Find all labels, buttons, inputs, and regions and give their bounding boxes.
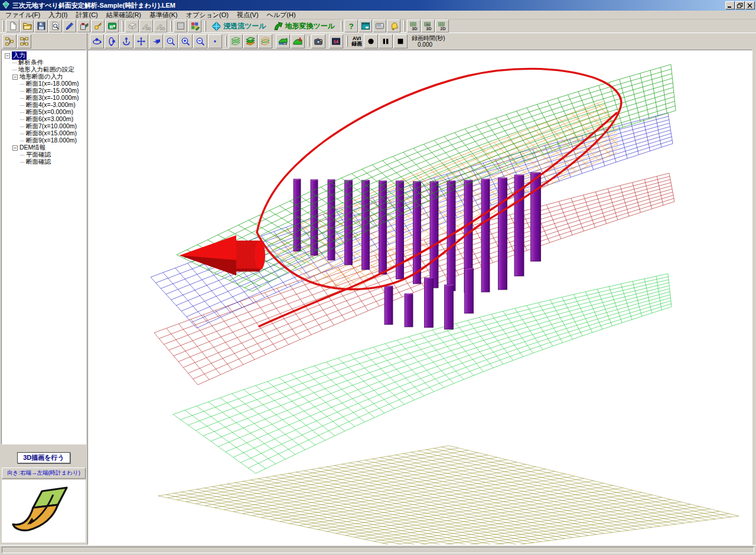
seepage-tool-label: 浸透流ツール — [223, 21, 266, 31]
run-app-icon: B — [107, 21, 117, 31]
seepage-tool[interactable]: 浸透流ツール — [208, 20, 270, 33]
bell-alarm-button[interactable] — [387, 20, 400, 33]
menu-file[interactable]: ファイル(F) — [1, 10, 44, 20]
main-area: −入力解析条件地形入力範囲の設定−地形断面の入力断面1(x=-18.000m)断… — [0, 50, 756, 545]
minimize-button[interactable] — [725, 1, 735, 9]
slice-column — [379, 181, 387, 274]
color-grid-button[interactable] — [188, 20, 201, 33]
menu-bar: ファイル(F)入力(I)計算(C)結果確認(R)基準値(K)オプション(O)視点… — [0, 11, 756, 20]
draw-3d-button[interactable]: 3D描画を行う — [17, 452, 70, 463]
layers-solid-icon — [246, 37, 255, 46]
slice-column — [481, 179, 490, 292]
layers-wire-button[interactable] — [229, 34, 243, 48]
new-file-button[interactable] — [6, 20, 19, 33]
tree-connector — [20, 91, 24, 92]
tree-connector — [20, 134, 24, 134]
tree-expander-icon[interactable]: − — [12, 74, 18, 80]
title-bar: 三次元地すべり斜面安定解析-Sample(時計まわり).LEM — [0, 0, 756, 11]
new-file-icon — [8, 21, 18, 31]
terrain-convert-tool[interactable]: 地形変換ツール — [270, 20, 339, 33]
layers-wire-icon — [231, 37, 240, 46]
terrain-arrow-button[interactable] — [291, 34, 305, 48]
svg-text:B: B — [109, 24, 113, 30]
help-button[interactable]: ? — [344, 20, 358, 33]
layers-solid-button[interactable] — [243, 34, 258, 48]
pause-button[interactable] — [379, 34, 393, 48]
edit-3d-button[interactable]: 3D — [139, 20, 153, 33]
tree-connector — [20, 119, 24, 120]
zoom-out-button[interactable] — [193, 34, 207, 48]
view-3d-button[interactable] — [125, 20, 139, 33]
tree-connector — [20, 162, 24, 163]
restore-button[interactable] — [735, 1, 745, 9]
calc-key-icon — [93, 21, 103, 31]
grid-2d-button[interactable]: 2D — [435, 20, 449, 33]
zoom-window-icon — [166, 37, 175, 46]
print-preview-button[interactable] — [48, 20, 62, 33]
window-teal-button[interactable] — [359, 20, 372, 33]
tree-connector — [20, 112, 24, 113]
rotate-horizontal-icon — [92, 37, 102, 46]
viewport-3d[interactable] — [87, 50, 752, 545]
run-app-button[interactable]: B — [105, 20, 119, 33]
menu-input[interactable]: 入力(I) — [44, 10, 71, 20]
edit-pen-button[interactable] — [63, 20, 76, 33]
pan-button[interactable] — [134, 34, 148, 48]
svg-text:2D: 2D — [440, 27, 445, 31]
plain-square-button[interactable] — [174, 20, 187, 33]
svg-text:14: 14 — [333, 39, 338, 44]
tree-expand-button[interactable] — [17, 34, 31, 48]
record-icon — [366, 37, 376, 46]
fly-left-button[interactable] — [149, 34, 163, 48]
draw-panel: 3D描画を行う 向き:右端→左端(時計まわり) — [1, 446, 86, 545]
window-gray-button[interactable] — [373, 20, 386, 33]
slice-column — [384, 286, 393, 324]
edit-2d-button[interactable]: 2D — [154, 20, 167, 33]
zoom-in-button[interactable] — [178, 34, 193, 48]
rotate-horizontal-button[interactable] — [90, 34, 104, 48]
color-grid-icon — [190, 21, 200, 31]
save-button[interactable] — [34, 20, 48, 33]
zoom-window-button[interactable] — [164, 34, 178, 48]
rotate-vertical-button[interactable] — [105, 34, 119, 48]
rotate-vertical-icon — [107, 37, 116, 46]
tree-connector — [12, 63, 17, 63]
close-button[interactable] — [745, 1, 755, 9]
grid-3d-button[interactable]: 3D — [407, 20, 421, 33]
tree-input[interactable]: −入力 — [3, 52, 86, 59]
tree-collapse-button[interactable] — [2, 34, 17, 48]
tree-expander-icon[interactable]: − — [5, 53, 10, 59]
menu-calc[interactable]: 計算(C) — [71, 10, 102, 20]
menu-options[interactable]: オプション(O) — [182, 10, 233, 20]
menu-help[interactable]: ヘルプ(H) — [263, 10, 300, 20]
grid-3d-solid-button[interactable]: 3D — [421, 20, 435, 33]
slice-column — [345, 180, 353, 265]
stop-button[interactable] — [393, 34, 408, 48]
frame-counter-button[interactable]: 14 — [329, 34, 343, 48]
material-settings-button[interactable] — [77, 20, 90, 33]
tree-connector — [20, 155, 24, 155]
point-small-button[interactable] — [208, 34, 222, 48]
record-button[interactable] — [364, 34, 378, 48]
rotate-pitch-button[interactable] — [119, 34, 133, 48]
tree-connector — [20, 84, 24, 85]
terrain-view-button[interactable] — [276, 34, 290, 48]
camera-capture-button[interactable] — [311, 34, 325, 48]
toolbar-grip — [346, 36, 348, 47]
tree-section-check[interactable]: 断面確認 — [3, 158, 86, 165]
tree-connector — [20, 105, 24, 106]
pan-icon — [136, 37, 146, 46]
view-3d-icon — [128, 21, 137, 31]
layers-mixed-button[interactable] — [258, 34, 272, 48]
toolbar-grip — [2, 21, 4, 31]
menu-viewpoint[interactable]: 視点(V) — [233, 10, 263, 20]
save-icon — [37, 21, 46, 31]
menu-criteria[interactable]: 基準値(K) — [145, 10, 182, 20]
rotation-direction-label: 向き:右端→左端(時計まわり) — [2, 468, 86, 479]
open-folder-button[interactable] — [20, 20, 34, 33]
calc-key-button[interactable] — [91, 20, 105, 33]
tree-collapse-icon — [5, 37, 14, 46]
project-tree: −入力解析条件地形入力範囲の設定−地形断面の入力断面1(x=-18.000m)断… — [1, 50, 86, 444]
tree-expander-icon[interactable]: − — [12, 145, 18, 151]
menu-results[interactable]: 結果確認(R) — [102, 10, 145, 20]
